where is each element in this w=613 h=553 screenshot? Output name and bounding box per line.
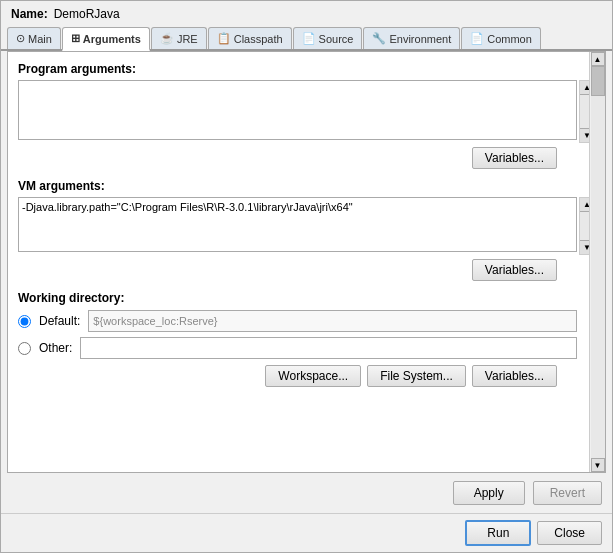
dir-buttons-row: Workspace... File System... Variables... [18, 365, 557, 387]
tab-source[interactable]: 📄 Source [293, 27, 363, 49]
common-tab-icon: 📄 [470, 32, 484, 45]
tab-environment[interactable]: 🔧 Environment [363, 27, 460, 49]
main-tab-icon: ⊙ [16, 32, 25, 45]
apply-revert-row: Apply Revert [1, 473, 612, 513]
close-button[interactable]: Close [537, 521, 602, 545]
environment-tab-icon: 🔧 [372, 32, 386, 45]
run-button[interactable]: Run [465, 520, 531, 546]
default-dir-input [88, 310, 577, 332]
tab-environment-label: Environment [389, 33, 451, 45]
dir-variables-btn[interactable]: Variables... [472, 365, 557, 387]
content-scroll-down[interactable]: ▼ [591, 458, 605, 472]
tab-main-label: Main [28, 33, 52, 45]
vm-args-textarea[interactable]: -Djava.library.path="C:\Program Files\R\… [18, 197, 577, 252]
name-value: DemoRJava [54, 7, 120, 21]
tab-jre[interactable]: ☕ JRE [151, 27, 207, 49]
program-args-variables-btn[interactable]: Variables... [472, 147, 557, 169]
content-scroll-up[interactable]: ▲ [591, 52, 605, 66]
tab-arguments[interactable]: ⊞ Arguments [62, 27, 150, 51]
source-tab-icon: 📄 [302, 32, 316, 45]
run-configurations-dialog: Name: DemoRJava ⊙ Main ⊞ Arguments ☕ JRE… [0, 0, 613, 553]
tab-common[interactable]: 📄 Common [461, 27, 541, 49]
vm-args-section: VM arguments: -Djava.library.path="C:\Pr… [18, 179, 577, 281]
jre-tab-icon: ☕ [160, 32, 174, 45]
tab-jre-label: JRE [177, 33, 198, 45]
program-args-container: ▲ ▼ [18, 80, 577, 143]
arguments-tab-icon: ⊞ [71, 32, 80, 45]
content-scroll-track [591, 66, 605, 458]
revert-button[interactable]: Revert [533, 481, 602, 505]
other-radio-row: Other: [18, 337, 577, 359]
run-close-row: Run Close [1, 513, 612, 552]
tab-main[interactable]: ⊙ Main [7, 27, 61, 49]
other-radio[interactable] [18, 342, 31, 355]
default-radio[interactable] [18, 315, 31, 328]
default-radio-label: Default: [39, 314, 80, 328]
tab-classpath[interactable]: 📋 Classpath [208, 27, 292, 49]
name-row: Name: DemoRJava [1, 1, 612, 27]
tab-common-label: Common [487, 33, 532, 45]
default-radio-row: Default: [18, 310, 577, 332]
scroll-thumb[interactable] [591, 66, 605, 96]
other-dir-input[interactable] [80, 337, 577, 359]
vm-args-label: VM arguments: [18, 179, 577, 193]
working-dir-label: Working directory: [18, 291, 577, 305]
content-panel: Program arguments: ▲ ▼ Variables... VM a… [7, 51, 606, 473]
tab-bar: ⊙ Main ⊞ Arguments ☕ JRE 📋 Classpath 📄 S… [1, 27, 612, 51]
program-args-section: Program arguments: ▲ ▼ Variables... [18, 62, 577, 169]
workspace-btn[interactable]: Workspace... [265, 365, 361, 387]
filesystem-btn[interactable]: File System... [367, 365, 466, 387]
program-args-textarea[interactable] [18, 80, 577, 140]
vm-args-variables-row: Variables... [18, 259, 557, 281]
content-scrollbar[interactable]: ▲ ▼ [589, 52, 605, 472]
vm-args-container: -Djava.library.path="C:\Program Files\R\… [18, 197, 577, 255]
content-inner: Program arguments: ▲ ▼ Variables... VM a… [18, 62, 577, 387]
tab-arguments-label: Arguments [83, 33, 141, 45]
name-label: Name: [11, 7, 48, 21]
tab-classpath-label: Classpath [234, 33, 283, 45]
tab-source-label: Source [319, 33, 354, 45]
other-radio-label: Other: [39, 341, 72, 355]
program-args-variables-row: Variables... [18, 147, 557, 169]
classpath-tab-icon: 📋 [217, 32, 231, 45]
vm-args-variables-btn[interactable]: Variables... [472, 259, 557, 281]
apply-button[interactable]: Apply [453, 481, 525, 505]
working-dir-section: Working directory: Default: Other: Works… [18, 291, 577, 387]
program-args-label: Program arguments: [18, 62, 577, 76]
